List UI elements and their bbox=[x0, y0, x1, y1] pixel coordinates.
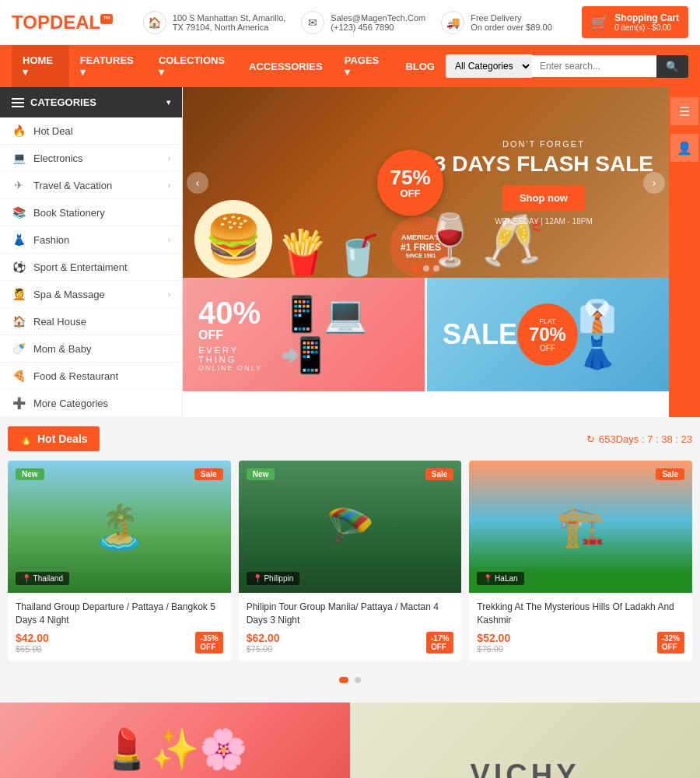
sidebar-item-book[interactable]: 📚 Book Stationery bbox=[0, 199, 182, 226]
arrow-icon: › bbox=[168, 290, 170, 299]
hero-dot-2[interactable] bbox=[423, 265, 429, 272]
nav-collections[interactable]: COLECTIONS ▾ bbox=[148, 45, 238, 87]
arrow-icon: › bbox=[168, 236, 170, 244]
delivery-info: 🚚 Free Delivery On order over $89.00 bbox=[441, 11, 552, 34]
sidebar-item-more[interactable]: ➕ More Categories bbox=[0, 390, 182, 417]
product-location: 📍 Philippin bbox=[247, 572, 300, 585]
sidebar-item-real-house[interactable]: 🏠 Real House bbox=[0, 308, 182, 335]
product-name: Philipin Tour Group Manila/ Pattaya / Ma… bbox=[247, 601, 454, 627]
product-location: 📍 Thailand bbox=[16, 572, 69, 585]
bottom-section: 💄✨🌸 VICHY bbox=[0, 703, 700, 778]
hero-shop-btn[interactable]: Shop now bbox=[502, 185, 585, 211]
nav-pages[interactable]: PAGES ▾ bbox=[334, 45, 395, 87]
nav-blog[interactable]: BLOG bbox=[394, 51, 446, 82]
page-dot-1[interactable] bbox=[339, 677, 348, 683]
sidebar-header: CATEGORIES ▾ bbox=[0, 87, 182, 117]
email-icon: ✉ bbox=[301, 11, 324, 34]
search-button[interactable]: 🔍 bbox=[656, 55, 688, 78]
sidebar-item-travel[interactable]: ✈ Travel & Vacation › bbox=[0, 172, 182, 199]
sport-icon: ⚽ bbox=[12, 261, 26, 273]
nav-home[interactable]: HOME ▾ bbox=[12, 45, 69, 87]
sidebar-item-label: Mom & Baby bbox=[33, 343, 91, 355]
sidebar-title: CATEGORIES bbox=[30, 96, 96, 108]
hamburger-icon[interactable] bbox=[12, 98, 24, 107]
sidebar-item-sport[interactable]: ⚽ Sport & Entertaiment bbox=[0, 254, 182, 281]
nav-bar: HOME ▾ FEATURES ▾ COLECTIONS ▾ ACCESSORI… bbox=[0, 45, 700, 87]
search-input[interactable] bbox=[532, 55, 656, 77]
logo-bottom: DEAL bbox=[50, 12, 100, 33]
travel-icon: ✈ bbox=[12, 179, 26, 191]
product-price: $62.00 $75.00 -17%OFF bbox=[247, 632, 454, 654]
sidebar-item-hot-deal[interactable]: 🔥 Hot Deal bbox=[0, 117, 182, 145]
sale-badge: Sale bbox=[656, 468, 684, 480]
hero-prev-btn[interactable]: ‹ bbox=[187, 172, 208, 194]
promo-left-text: 40% OFF EVERY THING ONLINE ONLY bbox=[198, 297, 280, 372]
bottom-left-banner[interactable]: 💄✨🌸 bbox=[0, 703, 350, 778]
nav-accessories[interactable]: ACCESSORIES bbox=[238, 51, 334, 82]
product-location: 📍 HaLan bbox=[477, 572, 523, 585]
hero-banner: 🍔 🍟 🥤 AMERICA'S #1 FRIES SINCE 1981 🍷🥂 D… bbox=[183, 87, 669, 278]
current-price: $52.00 bbox=[477, 632, 510, 644]
hero-badge: 75% OFF bbox=[377, 149, 443, 216]
address-icon: 🏠 bbox=[143, 11, 166, 34]
product-price: $42.00 $65.00 -35%OFF bbox=[16, 632, 223, 654]
electronics-icon: 💻 bbox=[12, 152, 26, 164]
bottom-right-banner[interactable]: VICHY bbox=[350, 703, 700, 778]
location-icon: 📍 bbox=[483, 574, 492, 583]
hot-deals-timer: ↻ 653Days : 7 : 38 : 23 bbox=[586, 433, 692, 445]
hero-next-btn[interactable]: › bbox=[643, 172, 665, 194]
cart-button[interactable]: 🛒 Shopping Cart 0 item(s) - $0.00 bbox=[582, 6, 688, 38]
current-price: $42.00 bbox=[16, 632, 49, 644]
hero-dot-1[interactable] bbox=[413, 265, 419, 272]
more-icon: ➕ bbox=[12, 397, 26, 409]
sidebar-item-label: Fashion bbox=[33, 234, 69, 246]
hero-dot-3[interactable] bbox=[433, 265, 439, 272]
sidebar-toggle[interactable]: ▾ bbox=[166, 98, 170, 107]
promo-right-banner[interactable]: SALE FLAT 70% OFF 👔👗 bbox=[427, 278, 669, 391]
sidebar-item-spa[interactable]: 💆 Spa & Massage › bbox=[0, 281, 182, 308]
category-select[interactable]: All Categories bbox=[446, 54, 532, 78]
sidebar-item-mom-baby[interactable]: 🍼 Mom & Baby bbox=[0, 335, 182, 363]
house-icon: 🏠 bbox=[12, 315, 26, 328]
sale-badge: Sale bbox=[194, 468, 223, 480]
sidebar-item-label: More Categories bbox=[33, 398, 108, 409]
sidebar-item-label: Book Stationery bbox=[33, 207, 105, 219]
product-info: Thailand Group Departure / Pattaya / Ban… bbox=[8, 593, 231, 661]
promo-row: 40% OFF EVERY THING ONLINE ONLY 📱💻📲 SALE bbox=[183, 278, 669, 391]
cart-info: Shopping Cart 0 item(s) - $0.00 bbox=[614, 12, 679, 32]
hot-deals-title: 🔥 Hot Deals bbox=[8, 426, 100, 451]
top-info: 🏠 100 S Manhattan St, Amarillo, TX 79104… bbox=[143, 11, 552, 34]
sidebar-item-label: Food & Restaurant bbox=[33, 370, 118, 382]
page-dot-2[interactable] bbox=[355, 677, 361, 683]
sidebar: CATEGORIES ▾ 🔥 Hot Deal 💻 Electronics › … bbox=[0, 87, 183, 417]
arrow-icon: › bbox=[168, 181, 170, 190]
product-info: Philipin Tour Group Manila/ Pattaya / Ma… bbox=[239, 593, 462, 661]
sidebar-item-food[interactable]: 🍕 Food & Restaurant bbox=[0, 363, 182, 390]
pagination-dots bbox=[8, 669, 692, 695]
right-sidebar-user-btn[interactable]: 👤 bbox=[670, 134, 698, 162]
right-sidebar-menu-btn[interactable]: ☰ bbox=[670, 97, 698, 125]
hero-badge-pct: 75% bbox=[390, 166, 430, 187]
book-icon: 📚 bbox=[12, 206, 26, 219]
sidebar-item-fashion[interactable]: 👗 Fashion › bbox=[0, 226, 182, 254]
hero-title: 3 DAYS FLASH SALE bbox=[434, 152, 653, 177]
original-price: $76.00 bbox=[477, 644, 510, 654]
product-card-halan: 🏗️ Sale 📍 HaLan Trekking At The Mysterio… bbox=[469, 461, 692, 661]
fire-icon: 🔥 bbox=[19, 433, 33, 445]
email-info: ✉ Sales@MagenTech.Com (+123) 456 7890 bbox=[301, 11, 425, 34]
promo-left-banner[interactable]: 40% OFF EVERY THING ONLINE ONLY 📱💻📲 bbox=[183, 278, 425, 391]
nav-features[interactable]: FEATURES ▾ bbox=[69, 45, 148, 87]
hot-deal-icon: 🔥 bbox=[12, 124, 26, 137]
location-icon: 📍 bbox=[22, 574, 31, 583]
nav-search: All Categories 🔍 bbox=[446, 54, 688, 78]
new-badge: New bbox=[16, 468, 44, 480]
sidebar-item-electronics[interactable]: 💻 Electronics › bbox=[0, 145, 182, 172]
sidebar-item-label: Real House bbox=[33, 316, 86, 328]
logo[interactable]: TOPDEAL™ bbox=[12, 12, 113, 33]
email-text: Sales@MagenTech.Com (+123) 456 7890 bbox=[331, 13, 425, 32]
product-card-thailand: 🏝️ New Sale 📍 Thailand Thailand Group De… bbox=[8, 461, 231, 661]
products-grid: 🏝️ New Sale 📍 Thailand Thailand Group De… bbox=[8, 461, 692, 661]
delivery-icon: 🚚 bbox=[441, 11, 464, 34]
address-info: 🏠 100 S Manhattan St, Amarillo, TX 79104… bbox=[143, 11, 286, 34]
hero-badge-off: OFF bbox=[401, 187, 421, 198]
